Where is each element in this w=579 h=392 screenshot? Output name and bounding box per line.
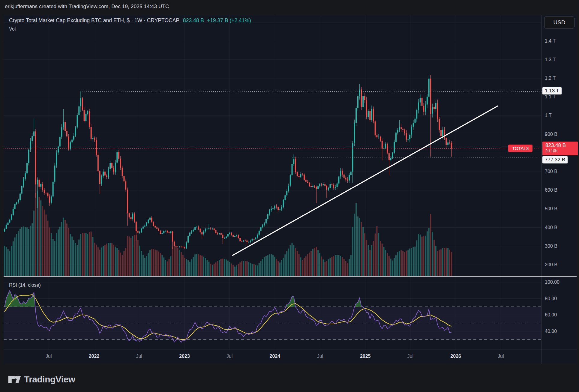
candle-body [309,183,310,186]
volume-bar [26,227,28,276]
candle-body [110,163,111,169]
volume-bar [87,234,88,276]
candle-body [283,200,284,207]
volume-bar [250,263,251,276]
candle-body [369,111,370,120]
price-tick-label: 900 B [545,132,557,137]
candle-body [376,135,377,137]
price-tick-label: 300 B [545,244,557,249]
time-tick-label: Jul [226,354,232,359]
candle-body [344,175,345,178]
candle-body [9,220,10,223]
candle-body [94,138,95,140]
volume-bar [160,253,161,276]
candle-body [20,193,21,200]
candle-body [4,229,5,232]
volume-bar [118,250,119,276]
tradingview-logo-icon [8,374,21,385]
candle-body [205,229,206,231]
candle-body [324,184,326,186]
volume-bar [430,214,431,276]
volume-bar [132,236,133,276]
candle-body [243,241,244,241]
time-tick-label: 2026 [450,354,461,359]
volume-bar [399,251,400,276]
chart-canvas[interactable] [0,0,579,392]
volume-bar [70,234,71,276]
time-tick-label: Jul [46,354,52,359]
volume-bar [96,245,97,276]
price-tick-label: 200 B [545,262,557,268]
volume-bar [139,246,140,276]
volume-bar [382,244,383,276]
candle-body [302,174,303,174]
volume-bar [286,251,287,276]
candle-body [71,139,73,142]
candle-body [224,238,225,238]
candle-body [149,218,151,220]
volume-bar [272,255,274,276]
volume-bar [226,259,227,276]
candle-body [371,109,372,120]
candle-body [272,208,274,209]
candle-body [284,195,286,200]
volume-bar [71,237,73,276]
candle-body [420,98,421,103]
candle-body [333,185,334,188]
candle-body [241,241,242,241]
volume-bar [115,247,116,276]
volume-bar [167,261,168,276]
tradingview-logo[interactable]: TradingView [8,374,75,385]
volume-bar [99,250,100,276]
candle-body [278,207,279,210]
rsi-tick-label: 100.00 [545,280,560,285]
volume-bar [248,262,249,276]
volume-bar [177,248,178,276]
volume-bar [165,260,166,276]
volume-bar [111,243,112,276]
volume-bar [236,265,237,276]
rsi-tick-label: 60.00 [545,312,557,318]
candle-body [66,131,68,136]
candle-body [234,236,236,237]
candle-body [397,130,398,133]
candle-body [154,226,156,227]
volume-bar [322,259,324,276]
volume-bar [198,254,199,276]
candle-body [267,214,268,219]
candle-body [388,153,390,160]
price-tick-label: 1.1 T [545,94,556,100]
candle-body [364,96,365,100]
volume-bar [82,233,83,276]
candle-body [106,175,107,177]
volume-bar [331,257,332,276]
candle-body [342,171,343,175]
candle-body [78,106,80,115]
candle-body [80,98,81,106]
candle-body [407,139,409,139]
volume-bar [321,256,322,276]
candle-body [305,180,307,182]
currency-toggle-button[interactable]: USD [544,16,574,29]
volume-bar [253,264,254,276]
volume-bar [92,237,93,276]
candle-body [108,169,109,177]
volume-bar [428,228,430,276]
volume-bar [302,260,303,276]
volume-bar [295,248,296,276]
candle-body [172,232,173,242]
candle-body [368,111,369,117]
candle-body [250,241,251,242]
candle-body [115,163,116,172]
volume-bar [298,254,300,276]
candle-body [418,103,419,110]
volume-bar [80,234,81,276]
candle-body [56,153,57,166]
candle-body [373,109,374,121]
volume-bar [274,257,275,276]
candle-body [208,228,209,229]
volume-bar [449,250,450,276]
volume-bar [340,256,341,276]
volume-bar [20,229,21,276]
volume-bar [255,265,256,276]
